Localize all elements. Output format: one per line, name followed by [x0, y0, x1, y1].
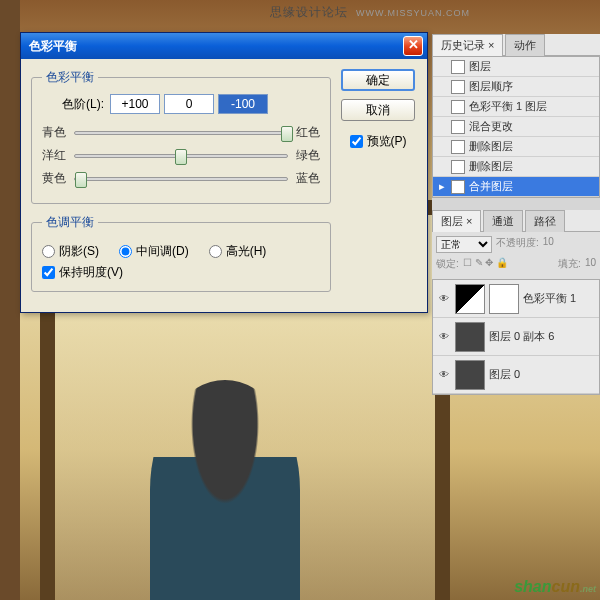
- opacity-value[interactable]: 10: [543, 236, 554, 253]
- lock-label: 锁定:: [436, 257, 459, 271]
- layer-icon: [451, 180, 465, 194]
- history-item[interactable]: 色彩平衡 1 图层: [433, 97, 599, 117]
- level-3-input[interactable]: [218, 94, 268, 114]
- opacity-label: 不透明度:: [496, 236, 539, 253]
- layer-row[interactable]: 图层 0 副本 6: [433, 318, 599, 356]
- tab-layers[interactable]: 图层 ×: [432, 210, 481, 232]
- slider-thumb[interactable]: [75, 172, 87, 188]
- slider-magenta-label: 洋红: [42, 147, 70, 164]
- history-item[interactable]: 图层: [433, 57, 599, 77]
- levels-label: 色阶(L):: [62, 96, 104, 113]
- visibility-icon[interactable]: [437, 368, 451, 382]
- watermark-url: WWW.MISSYUAN.COM: [356, 8, 470, 18]
- watermark-bottom: shancun.net: [514, 578, 596, 596]
- visibility-icon[interactable]: [437, 330, 451, 344]
- photo-silhouette: [150, 380, 300, 600]
- level-1-input[interactable]: [110, 94, 160, 114]
- preserve-luminosity-checkbox[interactable]: 保持明度(V): [42, 264, 320, 281]
- level-2-input[interactable]: [164, 94, 214, 114]
- close-button[interactable]: ✕: [403, 36, 423, 56]
- layer-name: 图层 0: [489, 367, 520, 382]
- history-item[interactable]: 删除图层: [433, 157, 599, 177]
- preview-checkbox[interactable]: 预览(P): [350, 133, 407, 150]
- tab-channels[interactable]: 通道: [483, 210, 523, 232]
- shadows-radio[interactable]: 阴影(S): [42, 243, 99, 260]
- highlights-radio[interactable]: 高光(H): [209, 243, 267, 260]
- color-balance-dialog: 色彩平衡 ✕ 色彩平衡 色阶(L): 青色 红色 洋红: [20, 32, 428, 313]
- yellow-blue-slider[interactable]: [74, 177, 288, 181]
- panels-container: 历史记录 × 动作 图层 图层顺序 色彩平衡 1 图层 混合更改 删除图层 删除…: [432, 34, 600, 395]
- layer-icon: [451, 120, 465, 134]
- cancel-button[interactable]: 取消: [341, 99, 415, 121]
- history-item[interactable]: 混合更改: [433, 117, 599, 137]
- layer-row[interactable]: 图层 0: [433, 356, 599, 394]
- slider-green-label: 绿色: [292, 147, 320, 164]
- history-list: 图层 图层顺序 色彩平衡 1 图层 混合更改 删除图层 删除图层 ▸合并图层: [432, 56, 600, 198]
- fill-value[interactable]: 10: [585, 257, 596, 271]
- blend-mode-select[interactable]: 正常: [436, 236, 492, 253]
- layer-icon: [451, 100, 465, 114]
- layer-thumbnail[interactable]: [455, 360, 485, 390]
- color-balance-legend: 色彩平衡: [42, 69, 98, 86]
- slider-blue-label: 蓝色: [292, 170, 320, 187]
- tab-actions[interactable]: 动作: [505, 34, 545, 56]
- tone-balance-legend: 色调平衡: [42, 214, 98, 231]
- tone-balance-group: 色调平衡 阴影(S) 中间调(D) 高光(H) 保持明度(V): [31, 214, 331, 292]
- mask-thumbnail[interactable]: [489, 284, 519, 314]
- dialog-titlebar[interactable]: 色彩平衡 ✕: [21, 33, 427, 59]
- tab-paths[interactable]: 路径: [525, 210, 565, 232]
- color-balance-group: 色彩平衡 色阶(L): 青色 红色 洋红 绿色: [31, 69, 331, 204]
- layer-icon: [451, 60, 465, 74]
- layers-tabs: 图层 × 通道 路径: [432, 210, 600, 232]
- lock-icons[interactable]: ☐ ✎ ✥ 🔒: [463, 257, 508, 271]
- slider-yellow-label: 黄色: [42, 170, 70, 187]
- layer-name: 图层 0 副本 6: [489, 329, 554, 344]
- slider-red-label: 红色: [292, 124, 320, 141]
- layer-name: 色彩平衡 1: [523, 291, 576, 306]
- tab-history[interactable]: 历史记录 ×: [432, 34, 503, 56]
- layer-icon: [451, 140, 465, 154]
- layer-controls: 正常 不透明度: 10 锁定: ☐ ✎ ✥ 🔒 填充: 10: [432, 232, 600, 279]
- layer-list: 色彩平衡 1 图层 0 副本 6 图层 0: [432, 279, 600, 395]
- visibility-icon[interactable]: [437, 292, 451, 306]
- slider-thumb[interactable]: [175, 149, 187, 165]
- ok-button[interactable]: 确定: [341, 69, 415, 91]
- history-item-selected[interactable]: ▸合并图层: [433, 177, 599, 197]
- slider-thumb[interactable]: [281, 126, 293, 142]
- layer-icon: [451, 80, 465, 94]
- watermark-cn: 思缘设计论坛: [270, 5, 348, 19]
- fill-label: 填充:: [558, 257, 581, 271]
- midtones-radio[interactable]: 中间调(D): [119, 243, 189, 260]
- history-item[interactable]: 删除图层: [433, 137, 599, 157]
- magenta-green-slider[interactable]: [74, 154, 288, 158]
- watermark-top: 思缘设计论坛 WWW.MISSYUAN.COM: [270, 4, 470, 21]
- history-tabs: 历史记录 × 动作: [432, 34, 600, 56]
- layer-icon: [451, 160, 465, 174]
- layers-panel: 图层 × 通道 路径 正常 不透明度: 10 锁定: ☐ ✎ ✥ 🔒 填充: 1…: [432, 210, 600, 395]
- layer-thumbnail[interactable]: [455, 284, 485, 314]
- cyan-red-slider[interactable]: [74, 131, 288, 135]
- slider-cyan-label: 青色: [42, 124, 70, 141]
- dialog-title: 色彩平衡: [29, 38, 77, 55]
- layer-thumbnail[interactable]: [455, 322, 485, 352]
- layer-row[interactable]: 色彩平衡 1: [433, 280, 599, 318]
- history-item[interactable]: 图层顺序: [433, 77, 599, 97]
